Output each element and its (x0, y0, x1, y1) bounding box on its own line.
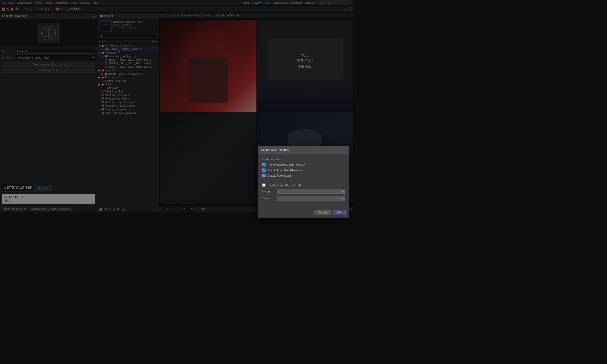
cb-font-size-label: Enable Font Size Adjustment (268, 169, 303, 172)
dialog-overlay: Source Text Properties Font Properties E… (0, 0, 354, 212)
dialog-ok-button[interactable]: OK (333, 210, 346, 212)
font-properties-section: Font Properties Enable Custom Font Selec… (262, 158, 345, 177)
comp-field-row: Comp: (262, 189, 345, 194)
cb-faux-styles-label: Enable Faux Styles (268, 174, 292, 177)
cb-fallback[interactable] (262, 183, 266, 187)
cb-font-size[interactable] (262, 168, 266, 172)
cb-font-size-row: Enable Font Size Adjustment (262, 168, 345, 172)
cb-faux-styles[interactable] (262, 174, 266, 177)
font-properties-title: Font Properties (262, 158, 345, 161)
comp-field-label: Comp: (262, 190, 275, 193)
layer-field-row: Layer: (262, 196, 345, 201)
cb-faux-styles-row: Enable Faux Styles (262, 174, 345, 177)
dialog-footer: Cancel OK (258, 207, 349, 212)
dialog-cancel-button[interactable]: Cancel (314, 210, 331, 212)
dialog-separator (262, 180, 345, 180)
cb-custom-font-label: Enable Custom Font Selection (268, 163, 305, 166)
layer-field-select[interactable] (277, 196, 345, 201)
cb-fallback-label: Use layer as fallback text box (268, 184, 304, 187)
layer-field-label: Layer: (262, 197, 275, 200)
cb-fallback-row: Use layer as fallback text box (262, 183, 345, 187)
source-text-properties-dialog: Source Text Properties Font Properties E… (258, 146, 349, 212)
comp-field-select[interactable] (277, 189, 345, 194)
cb-custom-font[interactable] (262, 163, 266, 166)
dialog-title: Source Text Properties (261, 148, 289, 151)
dialog-body: Font Properties Enable Custom Font Selec… (258, 154, 349, 207)
dialog-header: Source Text Properties (258, 146, 349, 154)
cb-custom-font-row: Enable Custom Font Selection (262, 163, 345, 166)
